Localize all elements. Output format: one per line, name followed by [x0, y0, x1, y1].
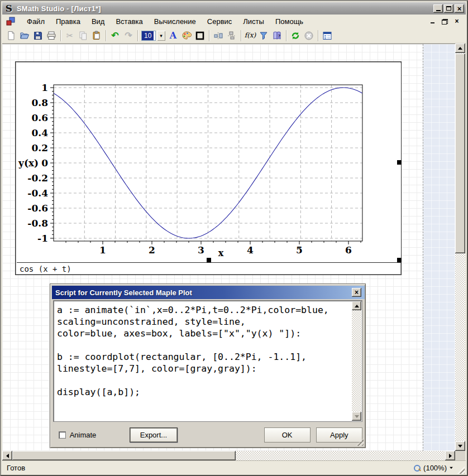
svg-text:0.6: 0.6	[31, 112, 48, 123]
menu-item-view[interactable]: Вид	[86, 16, 111, 27]
paste-button[interactable]	[90, 29, 103, 42]
zoom-dropdown-icon[interactable]	[450, 467, 453, 469]
font-size-combo[interactable]: 10▾	[141, 31, 165, 41]
svg-text:2: 2	[149, 244, 155, 256]
close-icon: ×	[457, 6, 462, 12]
apply-button[interactable]: Apply	[316, 427, 362, 443]
palette-button[interactable]	[180, 29, 193, 42]
worksheet-icon	[6, 17, 16, 26]
svg-text:x: x	[218, 248, 224, 258]
resize-handle-bottom[interactable]	[207, 258, 211, 262]
scroll-left-button[interactable]	[2, 451, 12, 460]
align-vertical-button[interactable]	[225, 29, 238, 42]
save-button[interactable]	[31, 29, 45, 42]
plot-region[interactable]: 123456-1-0.8-0.6-0.4-0.200.20.40.60.81y(…	[17, 63, 401, 262]
toolbar-separator	[209, 30, 209, 41]
toolbar-separator	[60, 30, 61, 41]
editor-scroll-track[interactable]	[352, 310, 361, 412]
svg-text:1: 1	[99, 244, 106, 256]
toolbar: ✂↶↷10▾Af(x)?	[2, 28, 466, 44]
undo-icon: ↶	[111, 31, 118, 40]
export-button[interactable]: Export...	[130, 427, 177, 443]
zoom-control[interactable]: (100%)	[413, 464, 453, 472]
font-size-dropdown-button[interactable]: ▾	[157, 31, 165, 41]
cut-button[interactable]: ✂	[63, 29, 77, 42]
menu-item-help[interactable]: Помощь	[270, 16, 309, 27]
animate-checkbox[interactable]	[59, 431, 66, 439]
font-size-input[interactable]: 10	[141, 31, 156, 41]
font-color-button[interactable]: A	[166, 29, 180, 42]
menu-item-calculation[interactable]: Вычисление	[149, 16, 202, 27]
minimize-button[interactable]	[433, 4, 443, 13]
maximize-button[interactable]	[444, 4, 453, 13]
function-button[interactable]: f(x)	[243, 29, 257, 42]
maple-plot-object[interactable]: 123456-1-0.8-0.6-0.4-0.200.20.40.60.81y(…	[15, 61, 402, 275]
recalculate-icon	[290, 31, 300, 41]
worksheet-canvas[interactable]: 123456-1-0.8-0.6-0.4-0.200.20.40.60.81y(…	[2, 44, 455, 451]
mdi-minimize-button[interactable]	[429, 18, 436, 25]
script-editor[interactable]: a := animate(`in`,x=0..2*Pi,t=0..2*Pi,co…	[53, 300, 362, 422]
title-bar[interactable]: S SMath Studio - [Лист1*] ×	[2, 2, 466, 15]
menu-item-insert[interactable]: Вставка	[110, 16, 148, 27]
border-button[interactable]	[193, 29, 207, 42]
copy-button[interactable]	[77, 29, 90, 42]
print-icon	[46, 31, 56, 41]
menu-item-edit[interactable]: Правка	[50, 16, 86, 27]
scroll-down-button[interactable]	[455, 441, 465, 451]
editor-scroll-up-button[interactable]	[352, 301, 361, 310]
resize-handle-corner[interactable]	[397, 258, 402, 262]
scroll-right-button[interactable]	[445, 451, 455, 460]
filter-button[interactable]	[257, 29, 270, 42]
formula-expression[interactable]: cos (x + t)	[20, 265, 71, 273]
vertical-scrollbar[interactable]	[455, 44, 465, 451]
status-message: Готов	[7, 464, 413, 472]
new-button[interactable]	[4, 29, 18, 42]
page-margin-area	[423, 44, 455, 451]
align-horizontal-button[interactable]	[212, 29, 225, 42]
mdi-close-button[interactable]: ×	[453, 18, 460, 25]
mdi-restore-button[interactable]	[441, 18, 448, 25]
menu-item-file[interactable]: Файл	[21, 16, 50, 27]
arrow-left-icon	[6, 454, 9, 458]
dialog-title-bar[interactable]: Script for Currently Selected Maple Plot…	[52, 286, 365, 299]
print-button[interactable]	[45, 29, 58, 42]
ok-button[interactable]: OK	[264, 427, 311, 443]
redo-button[interactable]: ↷	[122, 29, 135, 42]
scroll-up-button[interactable]	[455, 44, 465, 53]
open-button[interactable]	[18, 29, 31, 42]
svg-text:4: 4	[247, 244, 254, 256]
palette-icon	[182, 31, 192, 41]
copy-icon	[78, 31, 88, 41]
reference-book-button[interactable]: ?	[270, 29, 284, 42]
formula-row[interactable]: cos (x + t)	[17, 263, 401, 275]
window-resize-grip[interactable]	[457, 467, 465, 474]
redo-icon: ↷	[125, 31, 132, 40]
close-button[interactable]: ×	[455, 4, 464, 13]
script-code[interactable]: a := animate(`in`,x=0..2*Pi,t=0..2*Pi,co…	[57, 304, 350, 418]
dialog-buttons-row: Animate Export... OK Apply	[53, 425, 362, 445]
svg-text:y(x): y(x)	[18, 157, 39, 169]
vertical-scroll-thumb[interactable]	[455, 54, 465, 253]
svg-text:5: 5	[296, 244, 303, 256]
minimize-icon	[436, 10, 441, 11]
mdi-close-icon: ×	[455, 18, 459, 25]
undo-button[interactable]: ↶	[108, 29, 122, 42]
menu-bar: ФайлПравкаВидВставкаВычислениеСервисЛист…	[2, 15, 466, 28]
horizontal-scrollbar[interactable]	[2, 451, 455, 460]
svg-text:-1: -1	[37, 233, 48, 244]
filter-icon	[259, 31, 269, 41]
horizontal-scroll-thumb[interactable]	[12, 451, 236, 460]
stop-button[interactable]	[302, 29, 316, 42]
align-vertical-icon	[227, 31, 237, 41]
svg-text:0: 0	[41, 157, 48, 169]
dialog-close-button[interactable]: ×	[352, 288, 361, 297]
editor-scroll-down-button[interactable]	[352, 412, 361, 421]
menu-item-service[interactable]: Сервис	[202, 16, 238, 27]
menu-item-sheets[interactable]: Листы	[237, 16, 270, 27]
mdi-restore-icon	[442, 19, 448, 25]
recalculate-button[interactable]	[289, 29, 302, 42]
resize-handle-right[interactable]	[397, 160, 402, 165]
options-button[interactable]	[321, 29, 334, 42]
align-horizontal-icon	[213, 31, 223, 41]
editor-scrollbar[interactable]	[352, 301, 361, 421]
